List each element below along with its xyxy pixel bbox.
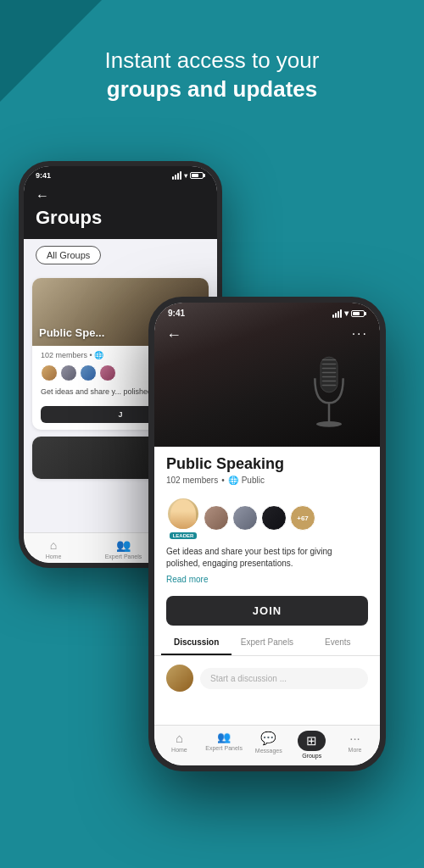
- nav-home-label-back: Home: [46, 554, 62, 559]
- time-front: 9:41: [168, 309, 185, 318]
- battery-icon: [190, 172, 205, 179]
- header-section: Instant access to your Public Speaking g…: [0, 47, 424, 104]
- svg-rect-0: [321, 357, 338, 392]
- leader-avatar: [166, 497, 200, 531]
- nav-groups-active-bg: ⊞: [298, 731, 326, 751]
- nav-messages-label-front: Messages: [255, 748, 282, 754]
- member-avatar-3: [80, 364, 97, 381]
- svg-point-9: [316, 421, 342, 427]
- battery-icon-front: [351, 310, 366, 317]
- tab-discussion[interactable]: Discussion: [161, 631, 232, 655]
- card-title-back: Public Spe...: [39, 326, 104, 339]
- more-members-count: +67: [290, 505, 315, 531]
- discussion-input-field[interactable]: Start a discussion ...: [200, 668, 368, 689]
- nav-groups-label-front: Groups: [302, 753, 321, 759]
- svg-rect-3: [322, 368, 337, 370]
- join-button[interactable]: JOIN: [166, 596, 368, 626]
- time-back: 9:41: [36, 171, 51, 180]
- tab-events[interactable]: Events: [303, 631, 373, 655]
- leader-container: LEADER: [166, 497, 200, 539]
- member-avatar-2: [60, 364, 77, 381]
- hero-image: 9:41 ▾ ← ···: [154, 303, 380, 447]
- group-meta: 102 members • 🌐 Public: [166, 476, 368, 485]
- nav-messages-front[interactable]: 💬 Messages: [252, 731, 286, 759]
- read-more-link[interactable]: Read more: [154, 573, 380, 591]
- status-icons-front: ▾: [332, 309, 366, 318]
- top-controls: ← ···: [154, 326, 380, 344]
- more-button-front[interactable]: ···: [352, 326, 368, 344]
- dot-separator: •: [221, 476, 225, 485]
- nav-expert-front[interactable]: 👥 Expert Panels: [205, 731, 243, 759]
- nav-expert-back[interactable]: 👥 Expert Panels: [105, 538, 142, 559]
- signal-icon-front: [332, 309, 342, 318]
- svg-rect-4: [322, 372, 337, 374]
- svg-rect-5: [322, 376, 337, 378]
- current-user-avatar: [166, 665, 193, 692]
- member-avatar-front-2: [232, 505, 258, 531]
- svg-rect-6: [322, 381, 337, 382]
- wifi-icon: ▾: [184, 172, 187, 180]
- member-avatar-front-3: [261, 505, 287, 531]
- header-line1: Instant access to your: [0, 47, 424, 75]
- status-icons-back: ▾: [172, 171, 205, 180]
- phone-front-inner: 9:41 ▾ ← ···: [154, 303, 380, 765]
- member-avatar-front-1: [204, 505, 229, 531]
- group-name: Public Speaking: [166, 455, 368, 473]
- signal-icon: [172, 171, 181, 180]
- members-row: LEADER +67: [154, 490, 380, 546]
- bottom-nav-front: ⌂ Home 👥 Expert Panels 💬 Messages ⊞ Grou…: [154, 725, 380, 765]
- back-button-front[interactable]: ←: [166, 326, 181, 344]
- nav-expert-label-front: Expert Panels: [205, 745, 243, 751]
- nav-home-front[interactable]: ⌂ Home: [162, 731, 196, 759]
- visibility-label: Public: [242, 476, 265, 485]
- microphone-icon: [295, 353, 363, 438]
- phone-front: 9:41 ▾ ← ···: [148, 297, 386, 771]
- member-avatar-4: [99, 364, 116, 381]
- expert-icon-front: 👥: [217, 731, 231, 743]
- expert-icon-back: 👥: [116, 538, 131, 552]
- wifi-icon-front: ▾: [344, 309, 349, 318]
- tab-expert-panels[interactable]: Expert Panels: [232, 631, 302, 655]
- nav-home-back[interactable]: ⌂ Home: [46, 538, 62, 559]
- header-bold1: groups: [107, 76, 181, 102]
- leader-badge: LEADER: [170, 532, 198, 539]
- header-bold2: updates: [233, 76, 318, 102]
- home-icon-front: ⌂: [176, 731, 183, 745]
- members-count: 102 members: [166, 476, 218, 485]
- nav-home-label-front: Home: [171, 747, 187, 753]
- messages-icon-front: 💬: [260, 731, 276, 746]
- svg-rect-7: [322, 385, 337, 387]
- svg-rect-2: [322, 364, 337, 365]
- home-icon-back: ⌂: [50, 538, 57, 552]
- nav-more-label-front: More: [349, 747, 362, 753]
- nav-more-front[interactable]: ··· More: [338, 731, 372, 759]
- nav-expert-label-back: Expert Panels: [105, 554, 142, 559]
- nav-groups-front[interactable]: ⊞ Groups: [295, 731, 329, 759]
- status-bar-back: 9:41 ▾: [24, 166, 217, 183]
- back-arrow-back[interactable]: ←: [36, 188, 205, 203]
- group-description: Get ideas and share your best tips for g…: [154, 546, 380, 573]
- member-avatar-1: [41, 364, 58, 381]
- svg-rect-1: [322, 359, 337, 361]
- groups-icon-front: ⊞: [306, 733, 317, 748]
- more-icon-nav-front: ···: [349, 731, 360, 745]
- leader-person-shape: [170, 499, 196, 529]
- header-and: and: [187, 76, 232, 102]
- status-bar-front: 9:41 ▾: [154, 303, 380, 321]
- groups-title: Groups: [36, 207, 205, 229]
- globe-icon: 🌐: [228, 476, 238, 485]
- header-line2: Public Speaking groups and updates: [0, 75, 424, 104]
- tabs-row: Discussion Expert Panels Events: [154, 631, 380, 656]
- phone-back-header: ← Groups: [24, 183, 217, 239]
- group-info: Public Speaking 102 members • 🌐 Public: [154, 447, 380, 490]
- all-groups-button[interactable]: All Groups: [36, 246, 101, 264]
- discussion-input-area: Start a discussion ...: [154, 656, 380, 700]
